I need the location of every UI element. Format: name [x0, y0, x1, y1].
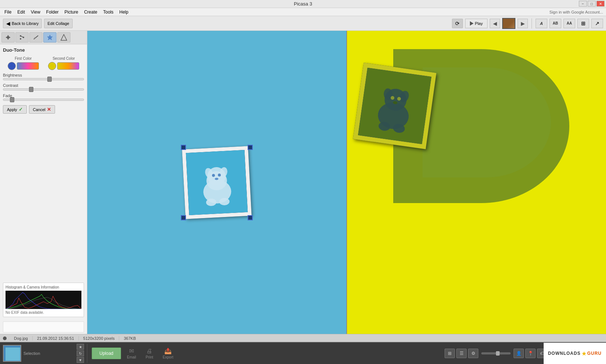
- photo-thumbnail[interactable]: [502, 18, 515, 29]
- share-button[interactable]: ↗: [591, 19, 603, 28]
- contrast-label: Contrast: [3, 83, 84, 88]
- photo-frame-left: [182, 146, 252, 219]
- export-label: Export: [163, 355, 174, 359]
- edit-collage-button[interactable]: Edit Collage: [44, 19, 72, 28]
- status-bar: Dog.jpg 21.09.2012 15:36:51 5120x3200 pi…: [0, 334, 606, 342]
- menu-tools[interactable]: Tools: [100, 9, 116, 15]
- list-view-button[interactable]: ☰: [456, 349, 467, 358]
- selection-handle-tr[interactable]: [248, 145, 253, 150]
- next-button[interactable]: ▶: [518, 19, 528, 28]
- menu-create[interactable]: Create: [81, 9, 100, 15]
- svg-line-4: [21, 36, 23, 37]
- svg-point-3: [20, 38, 21, 40]
- svg-rect-30: [358, 68, 431, 144]
- photo-frame-wrapper-left: [184, 148, 250, 217]
- filename-status: Dog.jpg: [10, 336, 33, 341]
- contrast-slider[interactable]: [3, 88, 84, 91]
- toolbar-separator-1: [532, 18, 532, 29]
- histogram-title: Histogram & Camera Information: [6, 285, 81, 289]
- filmstrip-more-button[interactable]: ▼: [77, 357, 84, 363]
- print-button[interactable]: 🖨 Print: [142, 346, 157, 361]
- apply-button[interactable]: Apply ✓: [3, 105, 27, 114]
- tab-creative-kit[interactable]: [43, 32, 56, 43]
- camera-info: [3, 321, 84, 332]
- menu-file[interactable]: File: [1, 9, 14, 15]
- menu-folder[interactable]: Folder: [43, 9, 62, 15]
- panel-content: Duo-Tone First Color Second Color: [0, 44, 87, 280]
- previous-button[interactable]: ◀: [490, 19, 500, 28]
- selection-handle-bl[interactable]: [181, 215, 186, 220]
- menu-help[interactable]: Help: [116, 9, 131, 15]
- first-color-label: First Color: [15, 56, 32, 60]
- tab-text[interactable]: [57, 32, 70, 43]
- histogram-chart: [6, 291, 81, 309]
- second-color-group: Second Color: [48, 56, 79, 70]
- fade-section: Fade: [3, 93, 84, 101]
- canvas-area: Selected: [87, 31, 606, 334]
- downloads-star-icon: ★: [581, 350, 587, 357]
- play-button[interactable]: Play: [465, 19, 488, 28]
- menu-edit[interactable]: Edit: [14, 9, 28, 15]
- right-image-panel[interactable]: [347, 31, 606, 334]
- x-icon: ✕: [47, 107, 51, 112]
- tab-basic-fixes[interactable]: [1, 32, 15, 43]
- email-icon: ✉: [129, 348, 134, 354]
- location-button[interactable]: 📍: [525, 349, 536, 358]
- minimize-button[interactable]: −: [579, 1, 587, 7]
- contrast-thumb[interactable]: [29, 87, 33, 92]
- second-color-dot[interactable]: [48, 62, 56, 70]
- export-button[interactable]: 📤 Export: [159, 346, 177, 361]
- tab-tuning[interactable]: [15, 32, 29, 43]
- email-button[interactable]: ✉ Email: [123, 346, 140, 361]
- main-toolbar: ◀ Back to Library Edit Collage ⟳ Play ◀ …: [0, 16, 606, 31]
- back-arrow-icon: ◀: [6, 21, 10, 26]
- text-button-ab[interactable]: AB: [550, 19, 561, 28]
- first-color-gradient[interactable]: [17, 62, 39, 70]
- text-button-a[interactable]: A: [536, 19, 547, 28]
- menu-picture[interactable]: Picture: [62, 9, 81, 15]
- upload-button[interactable]: Upload: [92, 348, 121, 359]
- grid-view-button[interactable]: ⊞: [445, 349, 455, 358]
- menu-view[interactable]: View: [28, 9, 43, 15]
- text-button-aa[interactable]: AA: [563, 19, 575, 28]
- collage-button[interactable]: ⊞: [577, 19, 589, 28]
- selection-handle-br[interactable]: [248, 215, 253, 220]
- back-to-library-button[interactable]: ◀ Back to Library: [3, 19, 42, 28]
- window-controls: − □ ✕: [579, 1, 605, 7]
- people-button[interactable]: 👤: [514, 349, 524, 358]
- filmstrip-star-button[interactable]: ★: [77, 344, 84, 350]
- svg-point-6: [34, 37, 36, 39]
- tab-effects[interactable]: [29, 32, 43, 43]
- film-thumb-main[interactable]: [3, 345, 21, 362]
- export-icon: 📤: [164, 348, 172, 354]
- filmstrip-left: Selection ★ ↻ ▼: [0, 344, 87, 363]
- brightness-slider[interactable]: [3, 78, 84, 80]
- play-label: Play: [475, 21, 483, 26]
- left-image-panel[interactable]: [87, 31, 347, 334]
- zoom-slider-thumb[interactable]: [496, 351, 500, 356]
- close-button[interactable]: ✕: [596, 1, 605, 7]
- bottom-section: Selection ★ ↻ ▼ Upload ✉ Email 🖨 Print 📤…: [0, 342, 606, 364]
- print-icon: 🖨: [146, 348, 152, 354]
- sign-in-link[interactable]: Sign in with Google Account...: [550, 10, 603, 14]
- zoom-slider[interactable]: [481, 352, 511, 354]
- fade-label: Fade: [3, 93, 84, 98]
- check-icon: ✓: [19, 107, 23, 112]
- cancel-button[interactable]: Cancel ✕: [29, 105, 55, 114]
- maximize-button[interactable]: □: [588, 1, 596, 7]
- brightness-section: Brightness: [3, 73, 84, 80]
- svg-marker-7: [61, 34, 67, 40]
- settings-view-button[interactable]: ⚙: [468, 349, 478, 358]
- selection-label: Selection: [23, 351, 40, 356]
- second-color-row: [48, 62, 79, 70]
- sync-button[interactable]: ⟳: [452, 19, 463, 28]
- second-color-gradient[interactable]: [57, 62, 79, 70]
- filmstrip-rotate-button[interactable]: ↻: [77, 350, 84, 356]
- selection-handle-tl[interactable]: [181, 145, 186, 150]
- menu-bar: File Edit View Folder Picture Create Too…: [0, 8, 606, 16]
- fade-slider[interactable]: [3, 99, 84, 101]
- sync-icon: ⟳: [455, 21, 460, 26]
- brightness-thumb[interactable]: [47, 77, 52, 82]
- fade-thumb[interactable]: [10, 97, 14, 102]
- first-color-dot[interactable]: [8, 62, 16, 70]
